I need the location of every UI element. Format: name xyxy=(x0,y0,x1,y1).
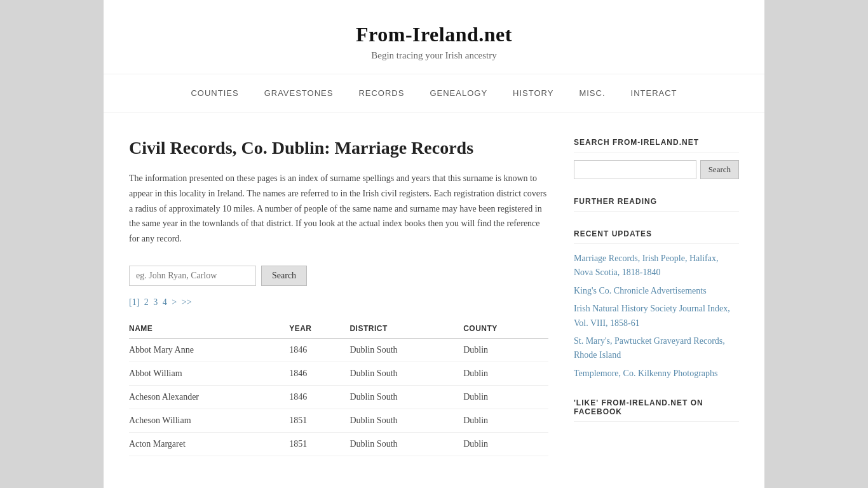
sidebar-search-button[interactable]: Search xyxy=(700,160,739,179)
sidebar: SEARCH FROM-IRELAND.NET Search FURTHER R… xyxy=(574,138,739,456)
cell-name: Acheson Alexander xyxy=(129,385,289,409)
recent-link-0[interactable]: Marriage Records, Irish People, Halifax,… xyxy=(574,252,739,280)
cell-county: Dublin xyxy=(463,409,548,432)
sidebar-search-heading: SEARCH FROM-IRELAND.NET xyxy=(574,138,739,152)
table-row: Abbot Mary Anne1846Dublin SouthDublin xyxy=(129,338,548,362)
pagination-next[interactable]: > xyxy=(172,297,177,307)
facebook-heading: 'LIKE' FROM-IRELAND.NET ON FACEBOOK xyxy=(574,398,739,422)
table-row: Acheson Alexander1846Dublin SouthDublin xyxy=(129,385,548,409)
recent-link-2[interactable]: Irish Natural History Society Journal In… xyxy=(574,302,739,330)
record-search-button[interactable]: Search xyxy=(261,266,307,286)
sidebar-search-input[interactable] xyxy=(574,160,696,179)
further-reading-heading: FURTHER READING xyxy=(574,197,739,212)
pagination-last[interactable]: >> xyxy=(182,297,192,307)
nav-item-history[interactable]: HISTORY xyxy=(513,88,553,98)
table-row: Abbot William1846Dublin SouthDublin xyxy=(129,362,548,385)
recent-links: Marriage Records, Irish People, Halifax,… xyxy=(574,252,739,381)
pagination: [1] 2 3 4 > >> xyxy=(129,297,548,308)
cell-district: Dublin South xyxy=(349,409,463,432)
nav-item-genealogy[interactable]: GENEALOGY xyxy=(430,88,487,98)
cell-district: Dublin South xyxy=(349,362,463,385)
intro-text: The information presented on these pages… xyxy=(129,171,548,247)
main-content: Civil Records, Co. Dublin: Marriage Reco… xyxy=(129,138,548,456)
pagination-page-3[interactable]: 3 xyxy=(153,297,158,307)
recent-link-3[interactable]: St. Mary's, Pawtucket Graveyard Records,… xyxy=(574,334,739,363)
content-area: Civil Records, Co. Dublin: Marriage Reco… xyxy=(104,112,764,469)
sidebar-recent-updates: RECENT UPDATES Marriage Records, Irish P… xyxy=(574,229,739,381)
nav-item-misc[interactable]: MISC. xyxy=(579,88,605,98)
record-search-input[interactable] xyxy=(129,266,256,286)
cell-county: Dublin xyxy=(463,385,548,409)
cell-year: 1846 xyxy=(289,338,349,362)
nav-item-gravestones[interactable]: GRAVESTONES xyxy=(264,88,334,98)
cell-year: 1846 xyxy=(289,362,349,385)
site-header: From-Ireland.net Begin tracing your Iris… xyxy=(104,0,764,74)
pagination-page-4[interactable]: 4 xyxy=(163,297,167,307)
cell-name: Abbot William xyxy=(129,362,289,385)
table-row: Acheson William1851Dublin SouthDublin xyxy=(129,409,548,432)
recent-link-4[interactable]: Templemore, Co. Kilkenny Photographs xyxy=(574,367,739,381)
cell-year: 1846 xyxy=(289,385,349,409)
cell-year: 1851 xyxy=(289,432,349,456)
col-header-name: NAME xyxy=(129,319,289,339)
recent-updates-heading: RECENT UPDATES xyxy=(574,229,739,244)
site-tagline: Begin tracing your Irish ancestry xyxy=(116,50,752,61)
cell-county: Dublin xyxy=(463,338,548,362)
cell-district: Dublin South xyxy=(349,338,463,362)
nav-item-records[interactable]: RECORDS xyxy=(358,88,404,98)
nav-item-interact[interactable]: INTERACT xyxy=(631,88,677,98)
cell-district: Dublin South xyxy=(349,385,463,409)
main-nav: COUNTIES GRAVESTONES RECORDS GENEALOGY H… xyxy=(104,74,764,112)
cell-district: Dublin South xyxy=(349,432,463,456)
cell-county: Dublin xyxy=(463,362,548,385)
cell-year: 1851 xyxy=(289,409,349,432)
recent-link-1[interactable]: King's Co. Chronicle Advertisements xyxy=(574,284,739,298)
cell-county: Dublin xyxy=(463,432,548,456)
pagination-page-2[interactable]: 2 xyxy=(144,297,149,307)
sidebar-further-reading: FURTHER READING xyxy=(574,197,739,212)
site-title: From-Ireland.net xyxy=(116,23,752,46)
col-header-year: YEAR xyxy=(289,319,349,339)
nav-item-counties[interactable]: COUNTIES xyxy=(191,88,238,98)
page-title: Civil Records, Co. Dublin: Marriage Reco… xyxy=(129,138,548,158)
pagination-page-1[interactable]: [1] xyxy=(129,297,139,307)
cell-name: Acheson William xyxy=(129,409,289,432)
sidebar-search-section: SEARCH FROM-IRELAND.NET Search xyxy=(574,138,739,179)
sidebar-search-bar: Search xyxy=(574,160,739,179)
record-search-bar: Search xyxy=(129,266,548,286)
records-table: NAME YEAR DISTRICT COUNTY Abbot Mary Ann… xyxy=(129,319,548,456)
col-header-county: COUNTY xyxy=(463,319,548,339)
table-row: Acton Margaret1851Dublin SouthDublin xyxy=(129,432,548,456)
cell-name: Acton Margaret xyxy=(129,432,289,456)
col-header-district: DISTRICT xyxy=(349,319,463,339)
cell-name: Abbot Mary Anne xyxy=(129,338,289,362)
